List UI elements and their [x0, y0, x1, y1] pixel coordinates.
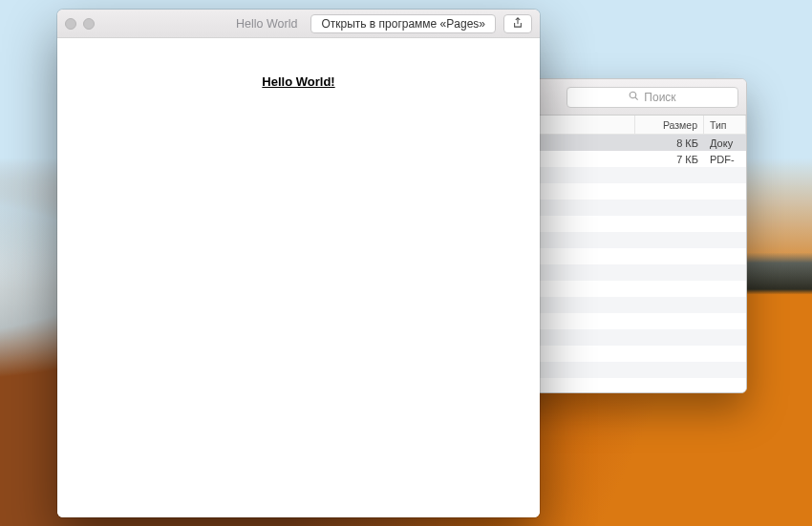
close-window-button[interactable]	[65, 18, 76, 30]
open-with-button[interactable]: Открыть в программе «Pages»	[310, 14, 496, 33]
open-with-button-label: Открыть в программе «Pages»	[321, 17, 485, 31]
document-preview[interactable]: Hello World!	[57, 38, 540, 517]
zoom-window-button[interactable]	[83, 18, 95, 30]
quicklook-titlebar[interactable]: Hello World Открыть в программе «Pages»	[57, 10, 540, 38]
quicklook-window[interactable]: Hello World Открыть в программе «Pages» …	[57, 10, 540, 517]
share-button[interactable]	[503, 14, 532, 33]
cell-type: PDF-	[704, 154, 746, 165]
window-controls	[65, 18, 95, 30]
search-icon	[629, 91, 639, 104]
window-title: Hello World	[236, 17, 297, 31]
column-header-type[interactable]: Тип	[704, 116, 746, 134]
search-input[interactable]: Поиск	[566, 87, 738, 108]
search-placeholder: Поиск	[644, 91, 675, 104]
cell-size: 7 КБ	[635, 154, 704, 165]
share-icon	[512, 15, 524, 32]
column-header-size[interactable]: Размер	[635, 116, 704, 134]
cell-size: 8 КБ	[635, 137, 704, 149]
cell-type: Доку	[704, 137, 746, 149]
document-heading: Hello World!	[57, 74, 540, 89]
